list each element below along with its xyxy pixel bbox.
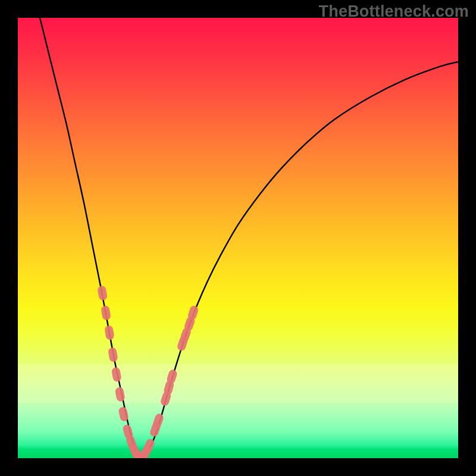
plot-area bbox=[18, 18, 458, 458]
svg-rect-4 bbox=[111, 367, 122, 382]
data-marker bbox=[101, 305, 111, 321]
curve-markers bbox=[97, 285, 199, 458]
svg-rect-5 bbox=[115, 387, 126, 402]
data-marker bbox=[108, 347, 118, 362]
svg-rect-2 bbox=[104, 325, 115, 340]
svg-rect-1 bbox=[101, 305, 111, 321]
curve-line bbox=[31, 18, 458, 456]
chart-svg bbox=[18, 18, 458, 458]
data-marker bbox=[115, 387, 126, 402]
bottleneck-curve-path bbox=[31, 18, 458, 456]
data-marker bbox=[111, 367, 122, 382]
chart-frame: TheBottleneck.com bbox=[0, 0, 476, 476]
svg-rect-0 bbox=[97, 285, 108, 300]
data-marker bbox=[104, 325, 115, 340]
data-marker bbox=[97, 285, 108, 300]
svg-rect-3 bbox=[108, 347, 118, 362]
